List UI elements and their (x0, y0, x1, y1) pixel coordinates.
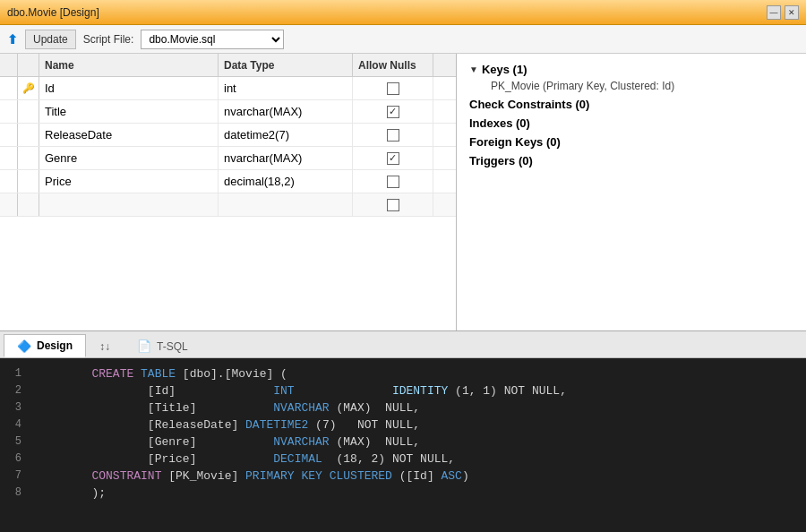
bottom-tabs: 🔷 Design ↕↓ 📄 T-SQL (0, 331, 806, 358)
table-designer: Name Data Type Allow Nulls 🔑 Id int Titl… (0, 54, 457, 330)
nulls-checkbox[interactable] (387, 129, 399, 142)
design-icon: 🔷 (17, 339, 31, 353)
pin-button[interactable]: — (767, 5, 781, 20)
name-column-header: Name (39, 54, 219, 76)
tab-sort[interactable]: ↕↓ (86, 334, 124, 357)
sql-line: 6 [Price] DECIMAL (18, 2) NOT NULL, (0, 450, 806, 468)
sort-icon: ↕↓ (99, 340, 110, 353)
triggers-label[interactable]: Triggers (0) (469, 154, 793, 167)
toolbar: ⬆ Update Script File: dbo.Movie.sql (0, 25, 806, 54)
properties-panel: ▼ Keys (1) PK_Movie (Primary Key, Cluste… (457, 54, 806, 330)
table-row[interactable]: ReleaseDate datetime2(7) (0, 124, 456, 147)
line-number: 5 (0, 433, 36, 450)
row-indicator (0, 193, 18, 216)
row-cell-type: nvarchar(MAX) (219, 100, 353, 123)
line-code: [Price] DECIMAL (18, 2) NOT NULL, (36, 450, 806, 468)
script-file-label: Script File: (83, 33, 134, 46)
line-code: CREATE TABLE [dbo].[Movie] ( (36, 365, 806, 382)
row-key-empty (18, 100, 39, 123)
tab-design[interactable]: 🔷 Design (4, 334, 86, 357)
row-indicator (0, 77, 18, 99)
table-row[interactable]: 🔑 Id int (0, 77, 456, 100)
line-code: [ReleaseDate] DATETIME2 (7) NOT NULL, (36, 416, 806, 433)
table-rows: 🔑 Id int Title nvarchar(MAX) ✓ (0, 77, 456, 330)
row-cell-name: Price (39, 170, 219, 193)
nulls-checkbox[interactable]: ✓ (387, 106, 399, 118)
line-code: [Id] INT IDENTITY (1, 1) NOT NULL, (36, 382, 806, 399)
tsql-icon: 📄 (137, 339, 151, 353)
triggers-section: Triggers (0) (469, 154, 793, 167)
line-number: 4 (0, 416, 36, 433)
row-indicator (0, 170, 18, 193)
main-area: Name Data Type Allow Nulls 🔑 Id int Titl… (0, 54, 806, 331)
nulls-checkbox[interactable]: ✓ (387, 152, 399, 165)
update-button[interactable]: Update (25, 30, 76, 49)
row-cell-type-empty (219, 193, 353, 216)
line-number: 3 (0, 399, 36, 416)
row-indicator (0, 124, 18, 146)
row-cell-nulls-empty (353, 193, 433, 216)
line-number: 7 (0, 468, 36, 485)
row-cell-type: decimal(18,2) (219, 170, 353, 193)
row-key-empty (18, 170, 39, 193)
allownulls-column-header: Allow Nulls (353, 54, 433, 76)
table-row[interactable]: Price decimal(18,2) (0, 170, 456, 193)
tab-tsql-label: T-SQL (157, 340, 188, 353)
key-header (18, 54, 39, 76)
row-cell-name: Title (39, 100, 219, 123)
line-code: ); (36, 485, 806, 502)
foreign-keys-section: Foreign Keys (0) (469, 135, 793, 149)
row-cell-nulls[interactable] (353, 77, 433, 99)
sql-line: 5 [Genre] NVARCHAR (MAX) NULL, (0, 433, 806, 450)
row-cell-nulls[interactable] (353, 170, 433, 193)
line-number: 1 (0, 365, 36, 382)
column-headers: Name Data Type Allow Nulls (0, 54, 456, 77)
row-indicator (0, 147, 18, 169)
row-key-empty (18, 147, 39, 169)
sql-line: 4 [ReleaseDate] DATETIME2 (7) NOT NULL, (0, 416, 806, 433)
row-key-empty (18, 124, 39, 146)
row-cell-type: datetime2(7) (219, 124, 353, 146)
indexes-label[interactable]: Indexes (0) (469, 116, 793, 130)
table-row-empty (0, 193, 456, 217)
title-bar-controls: — ✕ (767, 5, 799, 20)
tab-design-label: Design (37, 339, 73, 352)
expand-icon[interactable]: ▼ (469, 64, 478, 74)
datatype-column-header: Data Type (219, 54, 353, 76)
title-bar: dbo.Movie [Design] — ✕ (0, 0, 806, 25)
row-key-empty (18, 193, 39, 216)
check-constraints-label[interactable]: Check Constraints (0) (469, 98, 793, 111)
sql-line: 8 ); (0, 485, 806, 502)
tab-tsql[interactable]: 📄 T-SQL (124, 334, 202, 357)
row-cell-nulls[interactable]: ✓ (353, 100, 433, 123)
script-file-select[interactable]: dbo.Movie.sql (141, 30, 284, 49)
row-key-icon: 🔑 (18, 77, 39, 99)
title-bar-text: dbo.Movie [Design] (7, 6, 767, 19)
sql-line: 7 CONSTRAINT [PK_Movie] PRIMARY KEY CLUS… (0, 468, 806, 485)
foreign-keys-label[interactable]: Foreign Keys (0) (469, 135, 793, 149)
row-cell-name: ReleaseDate (39, 124, 219, 146)
nulls-checkbox-empty (387, 199, 399, 211)
sql-line: 3 [Title] NVARCHAR (MAX) NULL, (0, 399, 806, 416)
line-code: [Genre] NVARCHAR (MAX) NULL, (36, 433, 806, 450)
close-button[interactable]: ✕ (785, 5, 799, 20)
table-row[interactable]: Genre nvarchar(MAX) ✓ (0, 147, 456, 170)
line-number: 2 (0, 382, 36, 399)
row-cell-nulls[interactable]: ✓ (353, 147, 433, 169)
line-number: 6 (0, 450, 36, 468)
nulls-checkbox[interactable] (387, 82, 399, 95)
line-code: CONSTRAINT [PK_Movie] PRIMARY KEY CLUSTE… (36, 468, 806, 485)
table-row[interactable]: Title nvarchar(MAX) ✓ (0, 100, 456, 124)
nulls-checkbox[interactable] (387, 176, 399, 188)
row-cell-nulls[interactable] (353, 124, 433, 146)
sql-line: 1 CREATE TABLE [dbo].[Movie] ( (0, 365, 806, 382)
row-cell-type: int (219, 77, 353, 99)
keys-section: ▼ Keys (1) PK_Movie (Primary Key, Cluste… (469, 63, 793, 92)
upload-icon: ⬆ (7, 32, 18, 47)
keys-label: Keys (1) (482, 63, 527, 76)
keys-header: ▼ Keys (1) (469, 63, 793, 76)
row-cell-type: nvarchar(MAX) (219, 147, 353, 169)
sql-line: 2 [Id] INT IDENTITY (1, 1) NOT NULL, (0, 382, 806, 399)
row-indicator-header (0, 54, 18, 76)
row-indicator (0, 100, 18, 123)
